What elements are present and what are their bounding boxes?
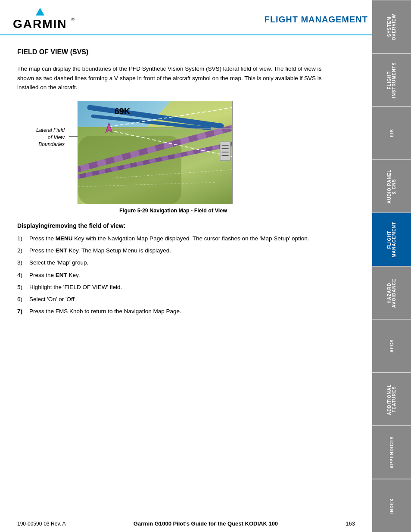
step-number-4: 4) [17, 271, 29, 280]
footer-page-number: 163 [346, 520, 355, 527]
map-figure-container: Lateral Fieldof ViewBoundaries [17, 101, 329, 204]
navigation-map-image: 69K [78, 101, 233, 204]
footer-doc-number: 190-00590-03 Rev. A [17, 521, 66, 527]
step-text-3: Select the 'Map' group. [29, 258, 329, 267]
logo-area: GARMIN ® [13, 8, 75, 31]
step-text-1: Press the MENU Key with the Navigation M… [29, 234, 329, 243]
footer-guide-title: Garmin G1000 Pilot's Guide for the Quest… [134, 520, 278, 527]
sidebar-item-system-overview[interactable]: SYSTEMOVERVIEW [372, 0, 411, 53]
lateral-field-label: Lateral Fieldof ViewBoundaries [17, 127, 65, 148]
sidebar: SYSTEMOVERVIEW FLIGHTINSTRUMENTS EIS AUD… [372, 0, 411, 532]
step-3: 3) Select the 'Map' group. [17, 258, 329, 267]
sidebar-item-additional-features[interactable]: ADDITIONALFEATURES [372, 373, 411, 426]
registered-mark: ® [72, 17, 75, 22]
step-5: 5) Highlight the 'FIELD OF VIEW' field. [17, 283, 329, 292]
step-4: 4) Press the ENT Key. [17, 271, 329, 280]
sidebar-item-audio-panel-cns[interactable]: AUDIO PANEL& CNS [372, 160, 411, 213]
steps-list: 1) Press the MENU Key with the Navigatio… [17, 234, 329, 316]
sidebar-item-appendices[interactable]: APPENDICES [372, 426, 411, 479]
step-number-7: 7) [17, 307, 29, 316]
step-text-5: Highlight the 'FIELD OF VIEW' field. [29, 283, 329, 292]
step-number-6: 6) [17, 295, 29, 304]
garmin-logo: GARMIN [13, 17, 67, 31]
svg-marker-4 [106, 122, 112, 133]
sub-heading: Displaying/removing the field of view: [17, 222, 329, 229]
step-number-3: 3) [17, 258, 29, 267]
intro-paragraph: The map can display the boundaries of th… [17, 64, 329, 92]
garmin-triangle-icon [36, 8, 44, 16]
sidebar-item-index[interactable]: INDEX [372, 479, 411, 532]
sidebar-item-hazard-avoidance[interactable]: HAZARDAVOIDANCE [372, 266, 411, 320]
step-1: 1) Press the MENU Key with the Navigatio… [17, 234, 329, 243]
figure-caption: Figure 5-29 Navigation Map - Field of Vi… [17, 208, 329, 214]
svg-line-2 [109, 130, 232, 156]
svg-rect-6 [220, 142, 230, 161]
sidebar-item-flight-instruments[interactable]: FLIGHTINSTRUMENTS [372, 53, 411, 107]
svg-line-12 [78, 182, 215, 187]
sidebar-item-afcs[interactable]: AFCS [372, 319, 411, 373]
main-content: FIELD OF VIEW (SVS) The map can display … [0, 35, 372, 333]
step-number-2: 2) [17, 246, 29, 255]
page-header: GARMIN ® FLIGHT MANAGEMENT [0, 0, 411, 35]
svg-text:69K: 69K [115, 106, 131, 116]
step-text-2: Press the ENT Key. The Map Setup Menu is… [29, 246, 329, 255]
step-number-5: 5) [17, 283, 29, 292]
step-text-6: Select 'On' or 'Off'. [29, 295, 329, 304]
svg-line-11 [112, 169, 232, 178]
page-title: FLIGHT MANAGEMENT [265, 15, 368, 25]
step-6: 6) Select 'On' or 'Off'. [17, 295, 329, 304]
step-text-4: Press the ENT Key. [29, 271, 329, 280]
step-2: 2) Press the ENT Key. The Map Setup Menu… [17, 246, 329, 255]
step-7: 7) Press the FMS Knob to return to the N… [17, 307, 329, 316]
step-number-1: 1) [17, 234, 29, 243]
section-heading: FIELD OF VIEW (SVS) [17, 48, 329, 58]
page-footer: 190-00590-03 Rev. A Garmin G1000 Pilot's… [0, 515, 372, 532]
sidebar-item-flight-management[interactable]: FLIGHTMANAGEMENT [372, 213, 411, 266]
sidebar-item-eis[interactable]: EIS [372, 106, 411, 160]
step-text-7: Press the FMS Knob to return to the Navi… [29, 307, 329, 316]
